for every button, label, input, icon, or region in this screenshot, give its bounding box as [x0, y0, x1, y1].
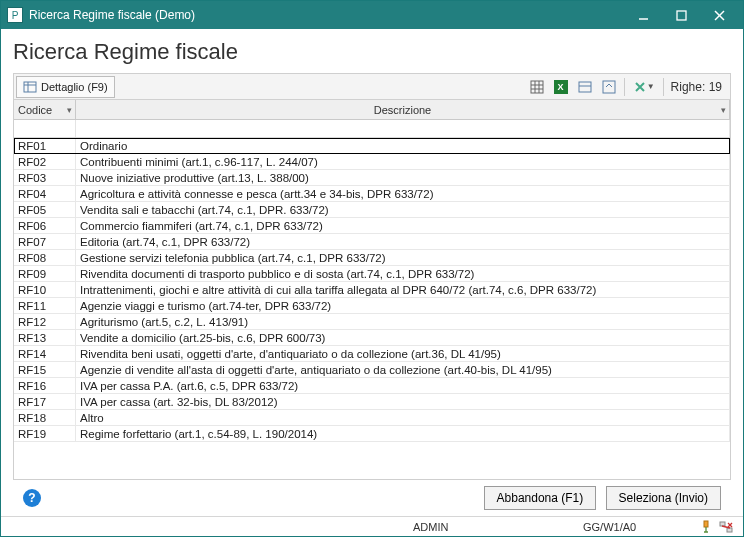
app-icon: P [7, 7, 23, 23]
cell-codice: RF02 [14, 154, 76, 169]
grid-view-icon [578, 80, 592, 94]
svg-rect-7 [531, 81, 543, 93]
cell-descrizione: Regime forfettario (art.1, c.54-89, L. 1… [76, 426, 730, 441]
svg-rect-15 [704, 521, 708, 527]
export-excel-button[interactable]: X [550, 76, 572, 98]
column-header-descrizione-label: Descrizione [374, 104, 431, 116]
grid-config-button[interactable] [526, 76, 548, 98]
filter-descrizione[interactable] [76, 120, 730, 137]
table-row[interactable]: RF17IVA per cassa (art. 32-bis, DL 83/20… [14, 394, 730, 410]
window-title: Ricerca Regime fiscale (Demo) [29, 8, 631, 22]
grid-body: RF01OrdinarioRF02Contribuenti minimi (ar… [14, 138, 730, 479]
cell-descrizione: Rivendita beni usati, oggetti d'arte, d'… [76, 346, 730, 361]
cell-descrizione: IVA per cassa P.A. (art.6, c.5, DPR 633/… [76, 378, 730, 393]
tools-icon [633, 80, 647, 94]
cell-descrizione: IVA per cassa (art. 32-bis, DL 83/2012) [76, 394, 730, 409]
cell-descrizione: Rivendita documenti di trasporto pubblic… [76, 266, 730, 281]
cell-codice: RF11 [14, 298, 76, 313]
help-icon: ? [28, 491, 35, 505]
table-row[interactable]: RF07Editoria (art.74, c.1, DPR 633/72) [14, 234, 730, 250]
excel-icon: X [554, 80, 568, 94]
cell-codice: RF07 [14, 234, 76, 249]
table-row[interactable]: RF08Gestione servizi telefonia pubblica … [14, 250, 730, 266]
cell-codice: RF14 [14, 346, 76, 361]
column-header-codice[interactable]: Codice ▾ [14, 100, 76, 119]
grid-view-button[interactable] [574, 76, 596, 98]
cell-descrizione: Altro [76, 410, 730, 425]
cell-codice: RF18 [14, 410, 76, 425]
minimize-icon [638, 10, 649, 21]
detail-icon [23, 80, 37, 94]
table-row[interactable]: RF19Regime forfettario (art.1, c.54-89, … [14, 426, 730, 442]
cell-codice: RF19 [14, 426, 76, 441]
svg-rect-17 [727, 528, 732, 532]
svg-rect-1 [677, 11, 686, 20]
cell-codice: RF01 [14, 138, 76, 153]
dettaglio-button[interactable]: Dettaglio (F9) [16, 76, 115, 98]
cell-descrizione: Editoria (art.74, c.1, DPR 633/72) [76, 234, 730, 249]
row-count: Righe: 19 [667, 80, 730, 94]
grid-header-row: Codice ▾ Descrizione ▾ [14, 100, 730, 120]
cell-descrizione: Agenzie viaggi e turismo (art.74-ter, DP… [76, 298, 730, 313]
table-row[interactable]: RF13Vendite a domicilio (art.25-bis, c.6… [14, 330, 730, 346]
cell-descrizione: Ordinario [76, 138, 730, 153]
status-session: GG/W1/A0 [583, 521, 693, 533]
expand-button[interactable] [598, 76, 620, 98]
table-row[interactable]: RF18Altro [14, 410, 730, 426]
righe-label-text: Righe: [671, 80, 706, 94]
cell-descrizione: Nuove iniziative produttive (art.13, L. … [76, 170, 730, 185]
table-row[interactable]: RF09Rivendita documenti di trasporto pub… [14, 266, 730, 282]
table-row[interactable]: RF15Agenzie di vendite all'asta di ogget… [14, 362, 730, 378]
page-title: Ricerca Regime fiscale [13, 39, 731, 65]
help-button[interactable]: ? [23, 489, 41, 507]
titlebar: P Ricerca Regime fiscale (Demo) [1, 1, 743, 29]
cell-codice: RF17 [14, 394, 76, 409]
table-row[interactable]: RF14Rivendita beni usati, oggetti d'arte… [14, 346, 730, 362]
cell-codice: RF05 [14, 202, 76, 217]
filter-row [14, 120, 730, 138]
svg-rect-12 [579, 82, 591, 92]
minimize-button[interactable] [631, 5, 655, 25]
statusbar: ADMIN GG/W1/A0 [1, 516, 743, 536]
filter-codice[interactable] [14, 120, 76, 137]
table-row[interactable]: RF06Commercio fiammiferi (art.74, c.1, D… [14, 218, 730, 234]
cell-codice: RF03 [14, 170, 76, 185]
cell-codice: RF13 [14, 330, 76, 345]
cell-descrizione: Vendita sali e tabacchi (art.74, c.1, DP… [76, 202, 730, 217]
svg-rect-16 [720, 522, 725, 526]
seleziona-button[interactable]: Seleziona (Invio) [606, 486, 721, 510]
cell-codice: RF08 [14, 250, 76, 265]
cell-descrizione: Commercio fiammiferi (art.74, c.1, DPR 6… [76, 218, 730, 233]
chevron-down-icon: ▼ [647, 82, 655, 91]
table-row[interactable]: RF11Agenzie viaggi e turismo (art.74-ter… [14, 298, 730, 314]
chevron-down-icon: ▾ [67, 105, 72, 115]
grid-panel: Dettaglio (F9) X [13, 73, 731, 480]
footer: ? Abbandona (F1) Seleziona (Invio) [13, 480, 731, 512]
table-row[interactable]: RF01Ordinario [14, 138, 730, 154]
status-network-icon [719, 520, 733, 534]
cell-descrizione: Agricoltura e attività connesse e pesca … [76, 186, 730, 201]
abbandona-button[interactable]: Abbandona (F1) [484, 486, 597, 510]
maximize-button[interactable] [669, 5, 693, 25]
status-connection-icon [699, 520, 713, 534]
close-button[interactable] [707, 5, 731, 25]
table-row[interactable]: RF12Agriturismo (art.5, c.2, L. 413/91) [14, 314, 730, 330]
column-header-descrizione[interactable]: Descrizione ▾ [76, 100, 730, 119]
table-row[interactable]: RF05Vendita sali e tabacchi (art.74, c.1… [14, 202, 730, 218]
table-row[interactable]: RF04Agricoltura e attività connesse e pe… [14, 186, 730, 202]
cell-codice: RF12 [14, 314, 76, 329]
window: P Ricerca Regime fiscale (Demo) Ricerca … [0, 0, 744, 537]
close-icon [714, 10, 725, 21]
table-row[interactable]: RF03Nuove iniziative produttive (art.13,… [14, 170, 730, 186]
table-row[interactable]: RF10Intrattenimenti, giochi e altre atti… [14, 282, 730, 298]
tools-dropdown-button[interactable]: ▼ [629, 76, 659, 98]
content-area: Ricerca Regime fiscale Dettaglio (F9) [1, 29, 743, 516]
table-row[interactable]: RF16IVA per cassa P.A. (art.6, c.5, DPR … [14, 378, 730, 394]
column-header-codice-label: Codice [18, 104, 52, 116]
cell-codice: RF10 [14, 282, 76, 297]
table-row[interactable]: RF02Contribuenti minimi (art.1, c.96-117… [14, 154, 730, 170]
righe-count-value: 19 [709, 80, 722, 94]
cell-descrizione: Vendite a domicilio (art.25-bis, c.6, DP… [76, 330, 730, 345]
cell-descrizione: Agriturismo (art.5, c.2, L. 413/91) [76, 314, 730, 329]
chevron-down-icon: ▾ [721, 105, 726, 115]
